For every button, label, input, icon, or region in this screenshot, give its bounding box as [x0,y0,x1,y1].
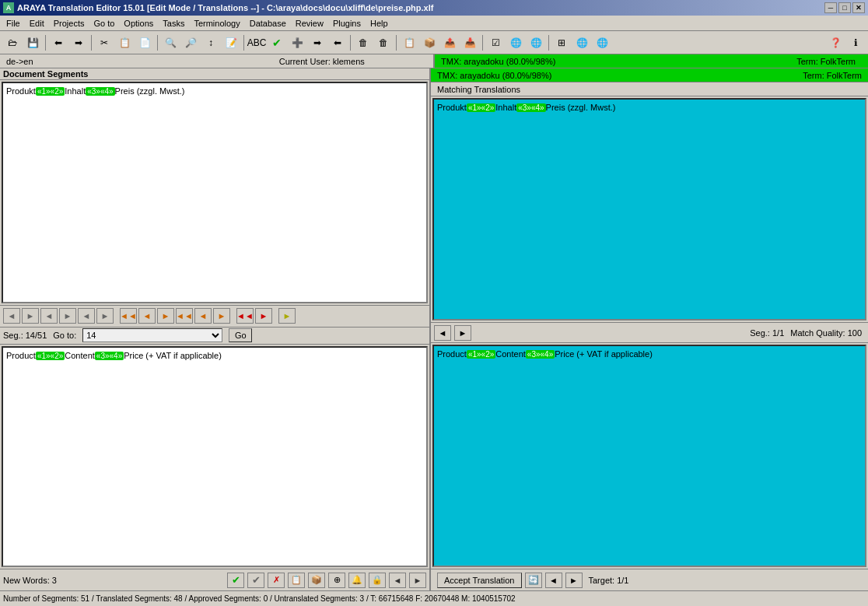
goto-button[interactable]: Go [229,328,252,342]
menu-review[interactable]: Review [291,16,328,30]
nav-orange-next[interactable]: ► [157,308,174,324]
nav-next2[interactable]: ► [96,308,114,324]
nav-yellow-next[interactable]: ► [278,308,296,324]
menu-options[interactable]: Options [119,16,158,30]
seg-goto-select[interactable]: 14 [82,328,222,342]
btm-right-next[interactable]: ► [565,573,583,588]
nav-red-first[interactable]: ◄◄ [236,308,254,324]
tb-check2[interactable]: ☑ [486,34,505,51]
nav-next[interactable]: ► [59,308,76,324]
nav-orange2-prev[interactable]: ◄ [194,308,212,324]
btm-prev-arrow[interactable]: ◄ [389,573,406,588]
tb-add[interactable]: ➕ [288,34,306,51]
tb-table[interactable]: ⊞ [552,34,571,51]
tmatch-tag2: «3»«4» [526,350,555,359]
tb-cut[interactable]: ✂ [95,34,114,51]
tb-web3[interactable]: 🌐 [572,34,591,51]
tb-replace[interactable]: ↕ [201,34,220,51]
seg-counter: Seg.: 14/51 [3,331,47,340]
bottom-toolbar-right: Accept Translation 🔄 ◄ ► Target: 1/1 [431,569,868,590]
matching-translations-header: Matching Translations [431,82,868,96]
menu-help[interactable]: Help [366,16,393,30]
menu-plugins[interactable]: Plugins [328,16,366,30]
target-match-text[interactable]: Product«1»«2»Content«3»«4»Price (+ VAT i… [432,345,866,567]
maximize-button[interactable]: □ [838,2,851,13]
tb-find[interactable]: 🔍 [161,34,180,51]
btm-right-prev[interactable]: ◄ [545,573,562,588]
menu-edit[interactable]: Edit [25,16,49,30]
tb-new-folder[interactable]: 🗁 [3,34,22,51]
target-text-after: Price (+ VAT if applicable) [124,351,222,360]
tb-delete[interactable]: 🗑 [354,34,373,51]
left-panel: Document Segments Produkt«1»«2»Inhalt«3»… [0,68,431,590]
menu-database[interactable]: Database [245,16,291,30]
btm-icon2[interactable]: 📦 [308,573,325,588]
source-match-text[interactable]: Produkt«1»«2»Inhalt«3»«4»Preis (zzgl. Mw… [432,98,866,321]
tb-move[interactable]: 📦 [420,34,439,51]
tb-arrow-left[interactable]: ⬅ [328,34,347,51]
btm-reject[interactable]: ✗ [268,573,285,588]
btm-icon5[interactable]: 🔒 [369,573,386,588]
tb-spell[interactable]: ABC [247,34,266,51]
nav-first-back[interactable]: ◄ [3,308,20,324]
titlebar-controls: ─ □ ✕ [824,2,865,13]
menu-file[interactable]: File [2,16,25,30]
tb-approve[interactable]: ✔ [268,34,286,51]
tb-web4[interactable]: 🌐 [593,34,611,51]
tb-web2[interactable]: 🌐 [527,34,545,51]
menu-projects[interactable]: Projects [49,16,89,30]
nav-orange2-next[interactable]: ► [213,308,230,324]
rmatch-prev[interactable]: ◄ [434,325,451,341]
btm-icon1[interactable]: 📋 [288,573,305,588]
nav-orange-prev[interactable]: ◄ [138,308,156,324]
titlebar-left: A ARAYA Translation Editor 15.01 [Edit M… [3,2,433,13]
tmx-header: TMX: arayadoku (80.0%/98%) Term: FolkTer… [431,68,868,82]
menu-goto[interactable]: Go to [89,16,119,30]
tb-arrow-right[interactable]: ➡ [308,34,327,51]
btm-approve-green[interactable]: ✔ [227,573,244,588]
tmatch-mid: Content [495,349,526,359]
btm-right-icon1[interactable]: 🔄 [525,573,542,588]
toolbar-sep-3 [157,35,158,51]
nav-orange2-first[interactable]: ◄◄ [176,308,193,324]
menu-tasks[interactable]: Tasks [158,16,189,30]
minimize-button[interactable]: ─ [824,2,837,13]
status-left: de->en Current User: klemens [0,54,435,68]
tb-export[interactable]: 📤 [440,34,459,51]
nav-first-back2[interactable]: ◄ [40,308,58,324]
rmatch-next[interactable]: ► [454,325,471,341]
rmatch-seg-info: Seg.: 1/1 [474,328,784,338]
tb-search2[interactable]: 🔎 [181,34,200,51]
tb-check[interactable]: 📝 [222,34,240,51]
btm-icon4[interactable]: 🔔 [348,573,366,588]
source-text-after: Preis (zzgl. Mwst.) [115,86,185,96]
close-button[interactable]: ✕ [852,2,865,13]
tb-web[interactable]: 🌐 [506,34,525,51]
tb-back[interactable]: ⬅ [49,34,68,51]
rmatch-quality: Match Quality: 100 [787,328,865,338]
tmatch-after: Price (+ VAT if applicable) [555,349,653,359]
accept-translation-button[interactable]: Accept Translation [437,573,522,588]
tb-copy[interactable]: 📋 [115,34,134,51]
tb-copy2[interactable]: 📋 [400,34,418,51]
btm-next-arrow[interactable]: ► [409,573,426,588]
tb-save[interactable]: 💾 [23,34,42,51]
nav-red-next[interactable]: ► [255,308,272,324]
menu-terminology[interactable]: Terminology [189,16,244,30]
tb-info[interactable]: ℹ [846,34,865,51]
nav-prev[interactable]: ► [22,308,39,324]
btm-icon3[interactable]: ⊕ [328,573,345,588]
nav-orange-first[interactable]: ◄◄ [120,308,137,324]
menubar: File Edit Projects Go to Options Tasks T… [0,16,868,31]
tb-delete2[interactable]: 🗑 [374,34,393,51]
nav-first-back3[interactable]: ◄ [78,308,95,324]
btm-approve-gray[interactable]: ✔ [247,573,264,588]
source-text-area[interactable]: Produkt«1»«2»Inhalt«3»«4»Preis (zzgl. Mw… [2,82,428,303]
tb-help[interactable]: ❓ [826,34,845,51]
tb-paste[interactable]: 📄 [135,34,154,51]
tb-import[interactable]: 📥 [460,34,479,51]
target-text-before: Product [6,351,36,360]
smatch-after: Preis (zzgl. Mwst.) [546,103,616,112]
tb-forward[interactable]: ➡ [69,34,88,51]
target-text-area[interactable]: Product«1»«2»Content«3»«4»Price (+ VAT i… [2,346,428,568]
